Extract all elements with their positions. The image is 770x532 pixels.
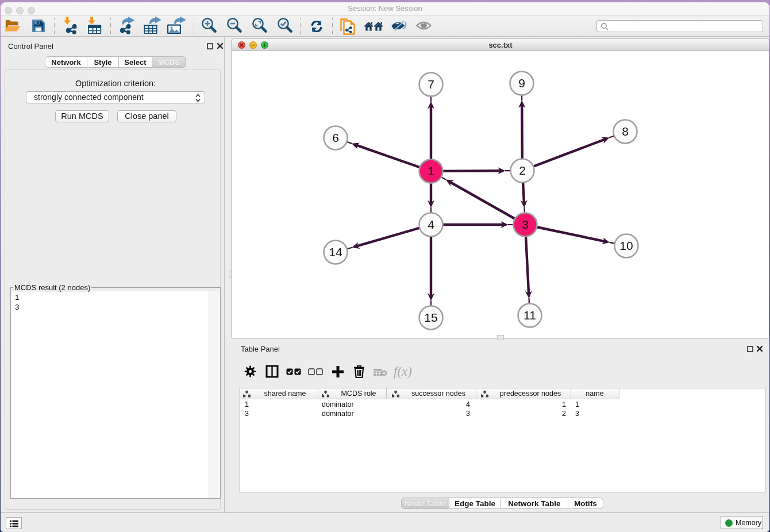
svg-text:1: 1 bbox=[428, 164, 434, 178]
svg-text:8: 8 bbox=[622, 125, 629, 138]
svg-text:2: 2 bbox=[519, 164, 526, 177]
svg-text:15: 15 bbox=[424, 311, 437, 324]
svg-text:3: 3 bbox=[522, 218, 529, 231]
svg-text:9: 9 bbox=[518, 76, 525, 90]
svg-text:11: 11 bbox=[523, 309, 536, 322]
svg-text:14: 14 bbox=[329, 245, 342, 259]
svg-text:10: 10 bbox=[619, 239, 633, 252]
svg-text:7: 7 bbox=[428, 78, 434, 91]
svg-text:4: 4 bbox=[428, 218, 434, 231]
svg-text:6: 6 bbox=[332, 131, 339, 144]
